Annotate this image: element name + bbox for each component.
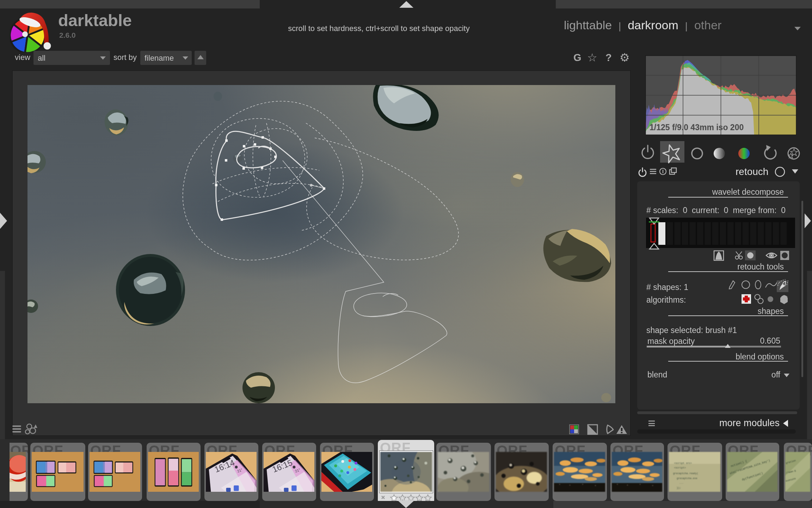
svg-text:grecaptcha.ready(: grecaptcha.ready( [673,472,698,475]
svg-text:<script>: <script> [674,466,686,469]
svg-text:blend: blend [647,370,667,379]
svg-text:# scales: 0 current: 0 mer: # scales: 0 current: 0 merge from: 0 [646,206,786,215]
svg-text:grecaptcha.exe: grecaptcha.exe [677,477,697,480]
svg-text:});: }); [677,486,681,489]
svg-text:algorithms:: algorithms: [646,295,686,304]
svg-text:shape selected: brush #1: shape selected: brush #1 [646,326,737,335]
svg-text:retouch: retouch [736,167,768,177]
svg-text:...: ... [679,482,684,484]
svg-text:off: off [771,370,781,379]
svg-text:<script src>: <script src> [674,462,692,465]
svg-text:mask opacity: mask opacity [647,337,695,346]
svg-text:# shapes: 1: # shapes: 1 [646,283,688,292]
svg-text:wavelet decompose: wavelet decompose [712,187,784,196]
svg-text:shapes: shapes [758,307,784,316]
svg-text:1/125 f/9.0 43mm iso 200: 1/125 f/9.0 43mm iso 200 [650,123,744,132]
svg-text:0.605: 0.605 [760,336,780,345]
svg-text:retouch tools: retouch tools [737,262,784,271]
svg-text:blend options: blend options [736,352,784,361]
